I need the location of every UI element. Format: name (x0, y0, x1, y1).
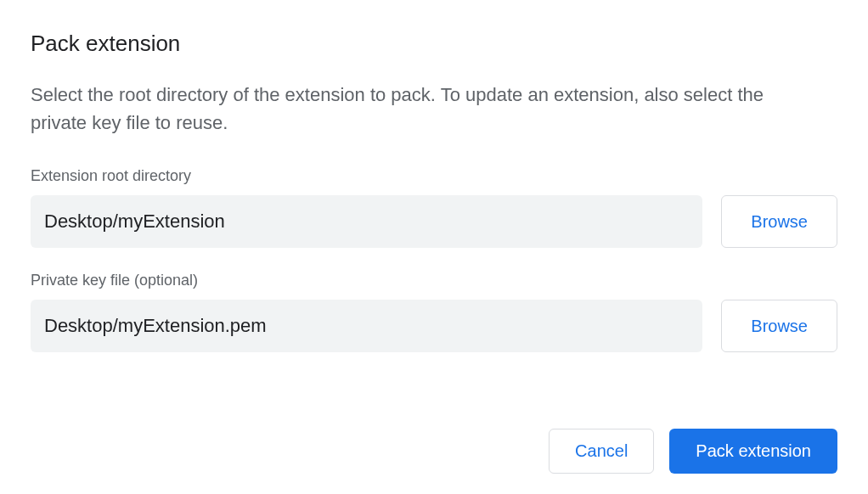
root-directory-field-group: Extension root directory Browse (31, 167, 837, 248)
pack-extension-dialog: Pack extension Select the root directory… (0, 0, 868, 494)
private-key-row: Browse (31, 300, 837, 352)
private-key-input[interactable] (31, 300, 702, 352)
root-directory-input[interactable] (31, 195, 702, 248)
dialog-title: Pack extension (31, 31, 837, 57)
cancel-button[interactable]: Cancel (549, 429, 654, 474)
dialog-description: Select the root directory of the extensi… (31, 81, 812, 137)
root-directory-label: Extension root directory (31, 167, 837, 185)
root-directory-row: Browse (31, 195, 837, 248)
browse-private-key-button[interactable]: Browse (721, 300, 837, 352)
private-key-label: Private key file (optional) (31, 272, 837, 289)
private-key-field-group: Private key file (optional) Browse (31, 272, 837, 352)
browse-root-directory-button[interactable]: Browse (721, 195, 837, 248)
dialog-actions: Cancel Pack extension (549, 429, 837, 474)
pack-extension-button[interactable]: Pack extension (669, 429, 837, 474)
